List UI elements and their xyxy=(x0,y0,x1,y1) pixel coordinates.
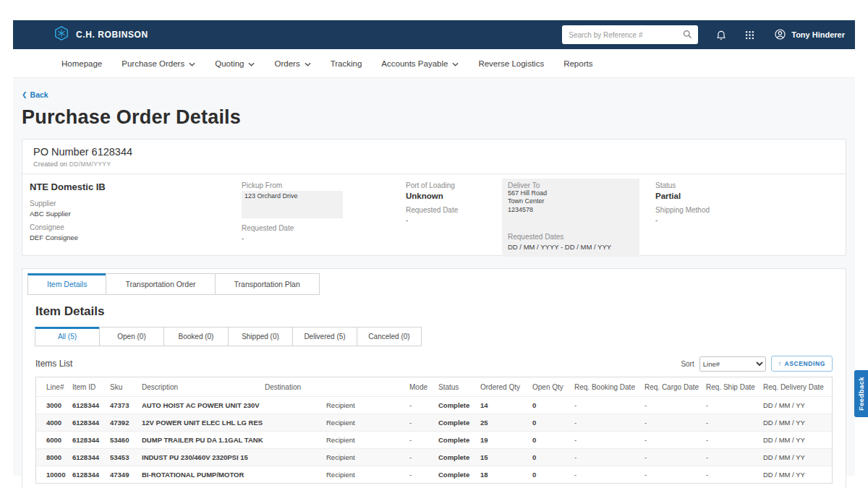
table-row[interactable]: 400061283444739212V POWER UNIT ELEC LHL … xyxy=(36,414,832,431)
subtab-booked-0[interactable]: Booked (0) xyxy=(163,327,229,346)
subtab-delivered-5[interactable]: Delivered (5) xyxy=(292,327,357,346)
subtab-all-5[interactable]: All (5) xyxy=(35,327,100,346)
requested-dates-label: Requested Dates xyxy=(508,233,634,241)
nav-item-orders[interactable]: Orders xyxy=(274,59,310,68)
tab-transportation-order[interactable]: Transportation Order xyxy=(106,273,215,295)
pickup-address-box: 123 Orchard Drive xyxy=(242,191,343,218)
app-window: C.H. ROBINSON xyxy=(13,20,855,476)
cell-status: Complete xyxy=(438,401,480,409)
tab-transportation-plan[interactable]: Transportation Plan xyxy=(215,273,320,295)
cell-req-ship-date: - xyxy=(706,401,763,409)
column-header-ordered-qty: Ordered Qty xyxy=(480,383,532,391)
tab-item-details[interactable]: Item Details xyxy=(27,273,106,295)
cell-req-ship-date: - xyxy=(706,419,763,427)
cell-status: Complete xyxy=(438,436,480,444)
back-link[interactable]: ❮ Back xyxy=(22,90,48,99)
user-menu[interactable]: Tony Hinderer xyxy=(774,28,845,42)
column-header-req-cargo-date: Req. Cargo Date xyxy=(644,383,706,391)
subtab-open-0[interactable]: Open (0) xyxy=(99,327,164,346)
section-title: Item Details xyxy=(35,304,833,319)
column-header-description: Description xyxy=(142,383,265,391)
cell-mode: - xyxy=(409,471,438,479)
table-row[interactable]: 8000612834453453INDUST PU 230/460V 2320P… xyxy=(36,448,832,466)
main-nav: HomepagePurchase OrdersQuotingOrdersTrac… xyxy=(13,49,855,78)
search-input[interactable] xyxy=(562,25,698,44)
tab-bar: Item DetailsTransportation OrderTranspor… xyxy=(22,269,846,295)
pickup-requested-date-label: Requested Date xyxy=(242,224,397,232)
cell-status: Complete xyxy=(438,453,480,461)
sort-select[interactable]: Line# xyxy=(699,356,766,372)
chevron-left-icon: ❮ xyxy=(22,91,27,98)
feedback-button[interactable]: Feedback xyxy=(854,370,868,417)
cell-req-booking-date: - xyxy=(574,471,644,479)
brand-logo[interactable]: C.H. ROBINSON xyxy=(54,25,148,44)
page-title: Purchase Order Details xyxy=(22,106,846,129)
subtab-shipped-0[interactable]: Shipped (0) xyxy=(228,327,293,346)
page-content: ❮ Back Purchase Order Details PO Number … xyxy=(13,78,855,476)
column-header-req-ship-date: Req. Ship Date xyxy=(706,383,763,391)
cell-ordered-qty: 15 xyxy=(480,453,532,461)
nav-item-reverse-logistics[interactable]: Reverse Logistics xyxy=(478,59,544,68)
table-row[interactable]: 10000612834447349BI-ROTATIONAL PUMP/MOTO… xyxy=(36,466,832,483)
cell-ordered-qty: 14 xyxy=(480,401,532,409)
notifications-bell-icon[interactable] xyxy=(715,29,727,40)
nav-item-quoting[interactable]: Quoting xyxy=(215,59,255,68)
back-label: Back xyxy=(30,90,48,99)
cell-req-delivery-date: DD / MM / YY xyxy=(763,436,832,444)
cell-req-ship-date: - xyxy=(706,436,763,444)
sort-direction-label: ASCENDING xyxy=(785,360,825,367)
items-list-header: Items List Sort Line# ↑ ASCENDING xyxy=(35,356,833,372)
nav-item-label: Homepage xyxy=(61,59,102,68)
nav-item-label: Reverse Logistics xyxy=(478,59,544,68)
cell-description: 12V POWER UNIT ELEC LHL LG RES xyxy=(142,419,265,427)
cell-sku: 53460 xyxy=(110,436,142,444)
subtab-canceled-0[interactable]: Canceled (0) xyxy=(357,327,422,346)
details-tabs-card: Item DetailsTransportation OrderTranspor… xyxy=(22,268,846,488)
nav-item-homepage[interactable]: Homepage xyxy=(61,59,102,68)
cell-req-cargo-date: - xyxy=(644,471,706,479)
cell-req-delivery-date: DD / MM / YY xyxy=(763,471,832,479)
cell-mode: - xyxy=(409,401,438,409)
nav-item-accounts-payable[interactable]: Accounts Payable xyxy=(381,59,459,68)
column-header-open-qty: Open Qty xyxy=(532,383,574,391)
po-col-status: Status Partial Shipping Method - xyxy=(655,181,800,224)
nav-item-purchase-orders[interactable]: Purchase Orders xyxy=(122,59,195,68)
cell-req-cargo-date: - xyxy=(644,419,706,427)
cell-req-delivery-date: DD / MM / YY xyxy=(763,419,832,427)
cell-req-booking-date: - xyxy=(574,401,644,409)
cell-item-id: 6128344 xyxy=(72,419,110,427)
cell-open-qty: 0 xyxy=(532,436,574,444)
search-icon[interactable] xyxy=(682,29,693,43)
table-row[interactable]: 3000612834447373AUTO HOIST AC POWER UNIT… xyxy=(36,396,832,414)
column-header-mode: Mode xyxy=(409,383,438,391)
sort-direction-button[interactable]: ↑ ASCENDING xyxy=(771,356,833,372)
cell-status: Complete xyxy=(438,471,480,479)
nav-item-label: Quoting xyxy=(215,59,244,68)
cell-sku: 47392 xyxy=(110,419,142,427)
nav-item-label: Tracking xyxy=(331,59,362,68)
deliver-to-label: Deliver To xyxy=(508,181,634,189)
cell-req-booking-date: - xyxy=(574,419,644,427)
cell-mode: - xyxy=(409,453,438,461)
supplier-value: ABC Supplier xyxy=(30,210,232,218)
column-header-status: Status xyxy=(438,383,480,391)
nav-item-tracking[interactable]: Tracking xyxy=(331,59,362,68)
cell-mode: - xyxy=(409,436,438,444)
cell-req-delivery-date: DD / MM / YY xyxy=(763,453,832,461)
column-header-line: Line# xyxy=(36,383,72,391)
table-row[interactable]: 6000612834453460DUMP TRAILER PU DA 1.1GA… xyxy=(36,431,832,448)
cell-ordered-qty: 19 xyxy=(480,436,532,444)
cell-status: Complete xyxy=(438,419,480,427)
cell-description: DUMP TRAILER PU DA 1.1GAL TANK xyxy=(142,436,265,444)
cell-mode: - xyxy=(409,419,438,427)
app-grid-icon[interactable] xyxy=(744,30,755,40)
port-requested-date-label: Requested Date xyxy=(406,206,503,214)
po-number: PO Number 6128344 xyxy=(33,146,835,158)
cell-destination: Recipient xyxy=(265,401,409,409)
po-details: NTE Domestic IB Supplier ABC Supplier Co… xyxy=(22,174,846,255)
cell-ordered-qty: 25 xyxy=(480,419,532,427)
cell-description: AUTO HOIST AC POWER UNIT 230V xyxy=(142,401,265,409)
cell-item-id: 6128344 xyxy=(72,453,110,461)
nav-item-reports[interactable]: Reports xyxy=(563,59,592,68)
nav-item-label: Orders xyxy=(274,59,299,68)
